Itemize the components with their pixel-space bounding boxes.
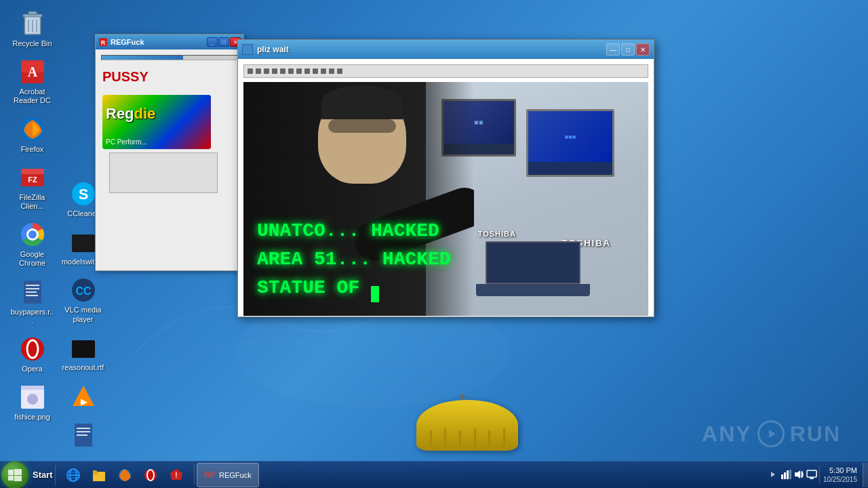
plizwait-window-icon xyxy=(242,44,253,55)
desktop-icon-modelswitc[interactable]: reasonout.rtf xyxy=(58,331,108,375)
hack-line-3: STATUE OF xyxy=(257,274,451,302)
recycle-bin-label: Recycle Bin xyxy=(12,39,52,48)
recycle-bin-icon xyxy=(19,10,46,37)
taskbar-pin-antivir[interactable]: ! xyxy=(164,463,189,487)
svg-text:R: R xyxy=(101,39,106,46)
svg-text:!: ! xyxy=(175,472,177,479)
plizwait-minimize-btn[interactable]: — xyxy=(606,43,620,56)
desktop-icon-filezilla[interactable]: FZ FileZilla Clien... xyxy=(7,161,58,214)
svg-text:A: A xyxy=(27,64,37,79)
svg-rect-14 xyxy=(21,169,44,174)
fishice-label: fishice.png xyxy=(14,413,50,422)
taskbar-pin-explorer[interactable] xyxy=(87,463,111,487)
taskbar-active-regfuck[interactable]: RF REGFuck xyxy=(197,463,259,487)
progress-dot-6 xyxy=(288,68,294,74)
tray-chevron-icon[interactable] xyxy=(768,469,778,480)
anyrun-watermark: ANY RUN xyxy=(702,420,841,447)
reasonout-icon xyxy=(70,422,97,449)
broom-container: + xyxy=(416,400,518,451)
plizwait-maximize-btn[interactable]: □ xyxy=(621,43,635,56)
opera-icon xyxy=(19,336,46,363)
desktop-icon-acrobat[interactable]: A Acrobat Reader DC xyxy=(7,55,58,108)
regfuck-content: PUSSY Regdie PC Perform... xyxy=(96,49,243,270)
svg-rect-63 xyxy=(807,470,816,477)
desktop-icon-buypapers[interactable]: buypapers.r... xyxy=(7,275,58,329)
video-frame: ■■■ ◼◼ TOSHIBA TOSHIBA xyxy=(243,82,648,316)
regfuck-minimize-btn[interactable]: _ xyxy=(207,37,218,47)
acrobat-icon: A xyxy=(19,58,46,85)
cursor-blink xyxy=(371,286,379,302)
skype-label: CCleaner xyxy=(67,209,98,218)
desktop-icon-chrome[interactable]: Google Chrome xyxy=(7,218,58,271)
progress-dot-12 xyxy=(337,68,342,74)
svg-rect-2 xyxy=(23,14,42,17)
plizwait-progress-dots xyxy=(244,65,648,77)
tray-volume-icon[interactable] xyxy=(793,469,804,480)
svg-rect-31 xyxy=(72,235,95,252)
plizwait-close-btn[interactable]: ✕ xyxy=(636,43,650,56)
svg-point-18 xyxy=(28,230,37,239)
progress-dot-10 xyxy=(321,68,326,74)
hack-line-2: AREA 51... HACKED xyxy=(257,245,451,274)
regfuck-sub-text: PC Perform... xyxy=(106,138,147,146)
regfuck-task-label: REGFuck xyxy=(219,471,252,479)
show-desktop-button[interactable] xyxy=(863,463,868,487)
svg-rect-38 xyxy=(77,428,90,429)
firefox-label: Firefox xyxy=(21,145,44,154)
hack-line-3-text: STATUE OF xyxy=(257,277,359,298)
tray-network-icon[interactable] xyxy=(781,469,791,480)
regfuck-window-icon: R xyxy=(98,37,108,47)
desktop-icon-ccleaner[interactable]: CC VLC media player xyxy=(58,273,108,327)
start-label: Start xyxy=(33,470,53,480)
regfuck-progress-fill xyxy=(102,56,183,60)
regfuck-window[interactable]: R REGFuck _ □ ✕ PUSSY Regdie PC Perform.… xyxy=(95,34,244,271)
svg-rect-3 xyxy=(28,12,37,14)
svg-point-28 xyxy=(27,394,38,405)
desktop-icon-firefox[interactable]: Firefox xyxy=(7,113,58,157)
desktop-icon-opera[interactable]: Opera xyxy=(7,332,58,377)
desktop-icon-reasonout[interactable] xyxy=(58,418,108,454)
taskbar-pin-opera[interactable] xyxy=(138,463,163,487)
start-button[interactable] xyxy=(1,462,28,489)
svg-marker-57 xyxy=(771,472,775,477)
broom-arrows: + xyxy=(459,390,467,404)
system-tray: 5:30 PM 10/25/2015 xyxy=(764,466,861,484)
svg-rect-20 xyxy=(26,285,39,286)
svg-rect-40 xyxy=(77,434,87,436)
plizwait-titlebar[interactable]: pliz wait — □ ✕ xyxy=(238,40,654,59)
ccleaner-icon: CC xyxy=(70,277,97,304)
taskbar-divider-1 xyxy=(55,465,56,485)
chrome-icon xyxy=(19,221,46,248)
person-head xyxy=(318,89,406,184)
regfuck-maximize-btn[interactable]: □ xyxy=(218,37,229,47)
desktop-icon-recycle-bin[interactable]: Recycle Bin xyxy=(7,7,58,52)
desktop-icon-fishice[interactable]: fishice.png xyxy=(7,380,58,425)
taskbar-pin-ie[interactable] xyxy=(61,463,85,487)
regfuck-progress-bar xyxy=(101,55,238,60)
regfuck-titlebar[interactable]: R REGFuck _ □ ✕ xyxy=(96,35,243,49)
svg-text:▶: ▶ xyxy=(80,397,87,407)
tray-time[interactable]: 5:30 PM 10/25/2015 xyxy=(823,466,857,484)
vlc-icon: ▶ xyxy=(70,382,97,409)
hack-text-overlay: UNATCO... HACKED AREA 51... HACKED STATU… xyxy=(257,217,451,302)
plizwait-window[interactable]: pliz wait — □ ✕ xyxy=(237,39,654,317)
toshiba-label-2: TOSHIBA xyxy=(478,230,516,238)
svg-rect-23 xyxy=(26,295,38,296)
listscharge-icon xyxy=(70,228,97,256)
firefox-icon xyxy=(19,116,46,143)
progress-dot-3 xyxy=(264,68,269,74)
taskbar-pin-firefox[interactable] xyxy=(113,463,137,487)
progress-dot-4 xyxy=(272,68,277,74)
plizwait-title: pliz wait xyxy=(257,45,289,54)
anyrun-play-icon xyxy=(757,420,785,447)
taskbar-divider-2 xyxy=(194,465,195,485)
svg-rect-61 xyxy=(789,470,791,479)
hack-line-1: UNATCO... HACKED xyxy=(257,217,451,245)
tray-monitor-icon[interactable] xyxy=(806,469,817,480)
taskbar-pinned-items: ! xyxy=(58,463,192,487)
tray-date-display: 10/25/2015 xyxy=(823,475,857,484)
desk-laptop xyxy=(486,241,580,302)
svg-text:CC: CC xyxy=(75,285,92,297)
svg-rect-51 xyxy=(93,470,97,473)
desktop-icon-vlc[interactable]: ▶ xyxy=(58,379,108,415)
